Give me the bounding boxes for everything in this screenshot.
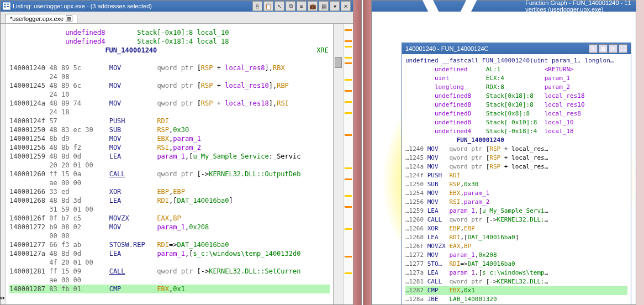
listing-toolbar: ⎘ 📋 ↖ ⧉ ≡ 💼 ▤ ▾ ✕ bbox=[252, 1, 351, 11]
listing-title: Listing: userlogger.upx.exe - (3 address… bbox=[13, 3, 252, 9]
svg-rect-3 bbox=[7, 4, 9, 5]
tab-userlogger[interactable]: *userlogger.upx.exe ⊠ bbox=[5, 14, 77, 23]
menu-icon[interactable]: ▾ bbox=[330, 1, 340, 11]
briefcase-icon[interactable]: 💼 bbox=[308, 1, 318, 11]
cursor-icon[interactable]: ↖ bbox=[275, 1, 284, 11]
graph-titlebar: Function Graph - FUN_140001240 - 11 vert… bbox=[372, 1, 636, 12]
node-toolbar: ✎ ▦ ⟳ ⛶ bbox=[589, 44, 627, 53]
graph-node-140001240[interactable]: 140001240 - FUN_14000124C ✎ ▦ ⟳ ⛶ undefi… bbox=[402, 43, 631, 304]
fullscreen-icon[interactable]: ⛶ bbox=[619, 44, 627, 53]
function-graph-panel: Function Graph - FUN_140001240 - 11 vert… bbox=[371, 0, 636, 305]
listing-titlebar: Listing: userlogger.upx.exe - (3 address… bbox=[1, 1, 353, 12]
panel-divider[interactable] bbox=[353, 0, 371, 305]
doc-icon[interactable]: ▤ bbox=[319, 1, 329, 11]
cursor-indicator: ↔ bbox=[0, 293, 4, 302]
listing-gutter bbox=[1, 24, 6, 304]
listing-tabbar: *userlogger.upx.exe ⊠ bbox=[1, 12, 353, 24]
svg-rect-2 bbox=[4, 6, 6, 8]
tree-icon[interactable]: ⧉ bbox=[286, 1, 295, 11]
listing-body: undefined8 Stack[-0x10]:8 local_10 undef… bbox=[1, 24, 353, 304]
scroll-thumb[interactable] bbox=[335, 57, 342, 68]
svg-rect-4 bbox=[7, 6, 9, 7]
edit-icon[interactable]: ✎ bbox=[589, 44, 598, 53]
listing-scrollbar[interactable] bbox=[333, 24, 343, 304]
node-title: 140001240 - FUN_14000124C bbox=[405, 44, 589, 53]
tab-close-icon[interactable]: ⊠ bbox=[66, 15, 72, 22]
listing-code[interactable]: undefined8 Stack[-0x10]:8 local_10 undef… bbox=[6, 24, 333, 304]
paste-icon[interactable]: 📋 bbox=[263, 1, 273, 11]
list-icon[interactable]: ≡ bbox=[297, 1, 307, 11]
refresh-icon[interactable]: ⟳ bbox=[609, 44, 617, 53]
listing-panel: Listing: userlogger.upx.exe - (3 address… bbox=[0, 0, 353, 305]
svg-rect-1 bbox=[4, 4, 6, 6]
graph-title: Function Graph - FUN_140001240 - 11 vert… bbox=[525, 0, 634, 13]
overview-strip[interactable] bbox=[343, 24, 353, 304]
grid-icon[interactable]: ▦ bbox=[599, 44, 608, 53]
node-titlebar[interactable]: 140001240 - FUN_14000124C ✎ ▦ ⟳ ⛶ bbox=[402, 43, 631, 54]
tab-label: *userlogger.upx.exe bbox=[10, 15, 64, 22]
graph-canvas[interactable]: 140001240 - FUN_14000124C ✎ ▦ ⟳ ⛶ undefi… bbox=[372, 12, 636, 304]
close-icon[interactable]: ✕ bbox=[341, 1, 351, 11]
node-body[interactable]: undefined __fastcall FUN_140001240(uint … bbox=[402, 54, 631, 304]
listing-icon bbox=[3, 2, 10, 10]
copy-icon[interactable]: ⎘ bbox=[252, 1, 262, 11]
